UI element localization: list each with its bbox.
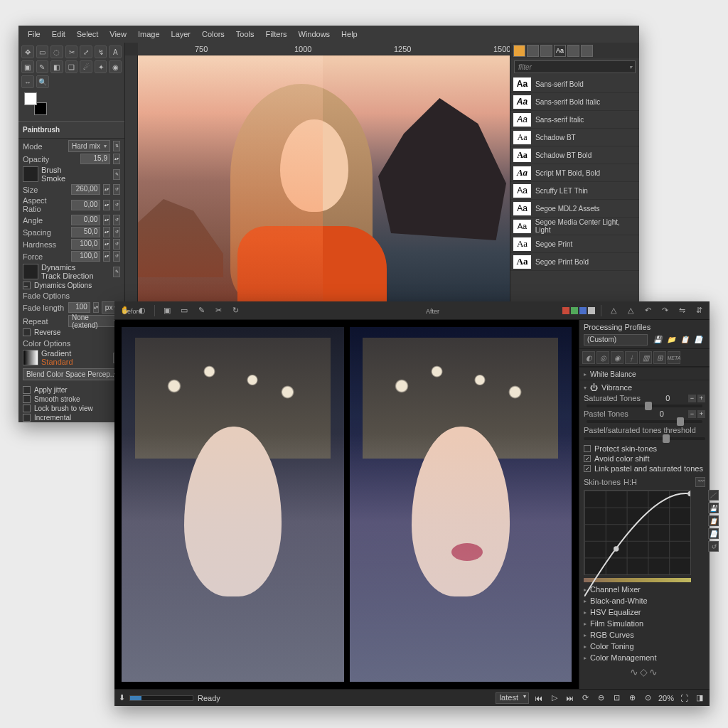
rotate-left-icon[interactable]: ↶ — [641, 304, 654, 317]
tab-aa-icon[interactable]: Aa — [554, 45, 566, 57]
menu-tools[interactable]: Tools — [231, 28, 259, 41]
tab-gradient-icon[interactable] — [581, 45, 593, 57]
curve-reset-icon[interactable]: ↺ — [708, 541, 719, 552]
menu-help[interactable]: Help — [336, 28, 363, 41]
link-tones-checkbox[interactable]: ✓ — [584, 465, 591, 472]
param-4-reset-icon[interactable]: ↺ — [113, 239, 120, 250]
tab-doc-icon[interactable] — [527, 45, 539, 57]
menu-view[interactable]: View — [105, 28, 132, 41]
param-3-spinner[interactable]: ▴▾ — [103, 227, 110, 237]
flip-v-icon[interactable]: ⇵ — [692, 304, 705, 317]
sat-plus[interactable]: + — [697, 395, 705, 402]
param-0-value[interactable]: 260,00 — [71, 184, 100, 195]
bucket-fill-icon[interactable]: ▣ — [21, 60, 34, 73]
module-4[interactable]: RGB Curves — [579, 629, 710, 641]
tab-pattern-icon[interactable] — [567, 45, 579, 57]
font-item-1[interactable]: AaSans-serif Bold Italic — [510, 93, 639, 111]
straighten-icon[interactable]: ▭ — [178, 304, 191, 317]
tab-exposure-icon[interactable]: ◐ — [582, 351, 595, 364]
crop-tool-icon[interactable]: ✂ — [212, 304, 225, 317]
before-after-viewer[interactable]: Before After — [114, 320, 579, 689]
font-item-8[interactable]: AaSegoe Media Center Light, Light — [510, 218, 639, 235]
param-0-spinner[interactable]: ▴▾ — [103, 184, 110, 195]
param-2-reset-icon[interactable]: ↺ — [113, 215, 120, 225]
font-item-0[interactable]: AaSans-serif Bold — [510, 75, 639, 93]
param-5-value[interactable]: 100,0 — [71, 251, 100, 262]
curve-paste-icon[interactable]: 📄 — [708, 528, 719, 539]
param-2-spinner[interactable]: ▴▾ — [103, 215, 110, 225]
menu-edit[interactable]: Edit — [47, 28, 70, 41]
profile-save-icon[interactable]: 💾 — [653, 335, 663, 345]
paintbrush-icon[interactable]: ✎ — [36, 60, 49, 73]
mode-switch-icon[interactable]: ⇅ — [113, 141, 120, 151]
measure-tool-icon[interactable]: ↔ — [21, 75, 34, 88]
module-3[interactable]: Film Simulation — [579, 618, 710, 629]
menu-windows[interactable]: Windows — [293, 28, 335, 41]
next-icon[interactable]: ⏭ — [564, 692, 576, 704]
fg-bg-swatch[interactable] — [24, 92, 47, 115]
protect-skin-checkbox[interactable] — [584, 445, 591, 452]
rotate-right-icon[interactable]: ↷ — [658, 304, 671, 317]
mode-select[interactable]: Hard mix — [68, 140, 110, 152]
font-item-10[interactable]: AaSegoe Print Bold — [510, 253, 639, 271]
white-balance-group[interactable]: White Balance — [584, 370, 705, 378]
curve-save-icon[interactable]: 💾 — [708, 503, 719, 513]
dyn-options-toggle[interactable]: − — [23, 282, 31, 289]
power-icon[interactable]: ⏻ — [590, 383, 598, 392]
check-0[interactable] — [23, 386, 31, 394]
tone-curve[interactable] — [584, 490, 691, 575]
warp-tool-icon[interactable]: ↯ — [95, 46, 107, 58]
pastel-slider[interactable] — [587, 420, 702, 423]
curve-type-icon[interactable]: 〰 — [695, 477, 705, 487]
saturated-slider[interactable] — [587, 405, 702, 407]
blend-space-select[interactable]: Blend Color Space Percep... — [23, 368, 120, 380]
eraser-tool-icon[interactable]: ◧ — [50, 60, 63, 73]
module-6[interactable]: Color Management — [579, 652, 710, 663]
tab-detail-icon[interactable]: ◎ — [596, 351, 609, 364]
dynamics-edit-icon[interactable]: ✎ — [113, 267, 120, 277]
profile-folder-icon[interactable]: 📁 — [666, 335, 676, 345]
pas-plus[interactable]: + — [697, 410, 705, 418]
smudge-tool-icon[interactable]: ☄ — [80, 60, 92, 73]
menu-layer[interactable]: Layer — [166, 28, 196, 41]
clip-warn-icon[interactable]: △ — [607, 304, 620, 317]
avoid-shift-checkbox[interactable]: ✓ — [584, 455, 591, 462]
module-5[interactable]: Color Toning — [579, 641, 710, 652]
repeat-select[interactable]: None (extend) — [68, 315, 120, 327]
param-4-value[interactable]: 100,0 — [71, 239, 100, 250]
font-item-6[interactable]: AaScruffy LET Thin — [510, 182, 639, 200]
font-filter-input[interactable]: filter — [514, 60, 636, 73]
dynamics-preview-icon[interactable] — [23, 264, 38, 279]
crop-tool-icon[interactable]: ✂ — [65, 46, 78, 58]
fg-color-swatch[interactable] — [24, 92, 37, 105]
check-3[interactable] — [23, 414, 31, 422]
font-item-5[interactable]: AaScript MT Bold, Bold — [510, 164, 639, 182]
param-1-value[interactable]: 0,00 — [71, 200, 100, 210]
opacity-spinner[interactable]: ▴▾ — [113, 154, 120, 164]
menu-colors[interactable]: Colors — [197, 28, 230, 41]
tab-brush-icon[interactable] — [540, 45, 552, 57]
tab-fonts-icon[interactable] — [513, 45, 525, 57]
threshold-slider[interactable] — [584, 437, 705, 440]
opacity-value[interactable]: 15,9 — [80, 154, 110, 164]
snapshot-select[interactable]: latest — [496, 692, 529, 704]
rect-select-icon[interactable]: ▭ — [36, 46, 49, 58]
param-3-value[interactable]: 50,0 — [71, 227, 100, 237]
sync-icon[interactable]: ⟳ — [580, 692, 592, 704]
font-item-4[interactable]: AaSchadow BT Bold — [510, 146, 639, 164]
tab-advanced-icon[interactable]: ⟊ — [625, 351, 638, 364]
flip-h-icon[interactable]: ⇋ — [675, 304, 688, 317]
param-2-value[interactable]: 0,00 — [71, 215, 100, 225]
profile-copy-icon[interactable]: 📋 — [680, 335, 690, 345]
param-0-reset-icon[interactable]: ↺ — [113, 184, 120, 195]
param-1-spinner[interactable]: ▴▾ — [103, 200, 110, 210]
panel-toggle-icon[interactable]: ◨ — [694, 692, 705, 704]
path-tool-icon[interactable]: ✦ — [95, 60, 107, 73]
menu-filters[interactable]: Filters — [261, 28, 292, 41]
reverse-checkbox[interactable] — [23, 328, 31, 336]
zoom-out-icon[interactable]: ⊖ — [596, 692, 607, 704]
menu-image[interactable]: Image — [133, 28, 165, 41]
tab-transform-icon[interactable]: ▥ — [639, 351, 652, 364]
clip-warn2-icon[interactable]: △ — [624, 304, 637, 317]
zoom-tool-icon[interactable]: 🔍 — [36, 75, 49, 88]
